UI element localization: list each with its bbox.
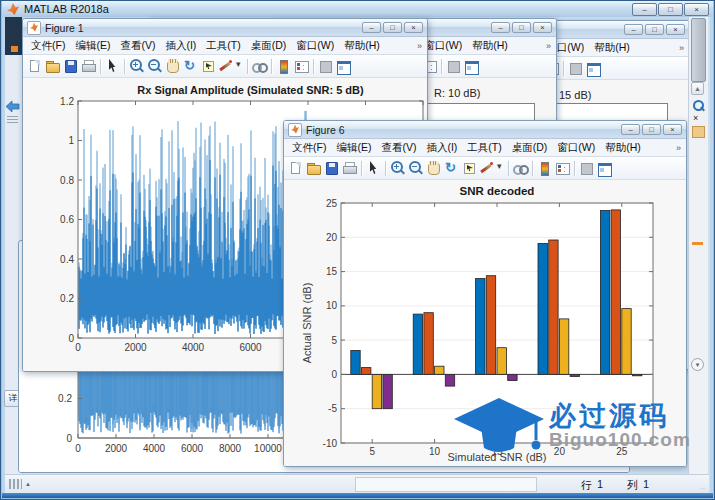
show-plot-tools-icon[interactable] — [585, 60, 602, 76]
back-arrow-icon[interactable] — [6, 99, 20, 112]
dropdown-icon[interactable] — [236, 58, 244, 74]
menu-item-5[interactable]: 桌面(D) — [507, 140, 553, 155]
menu-item-7[interactable]: 帮助(H) — [467, 38, 513, 53]
maximize-button[interactable]: □ — [383, 22, 402, 33]
insert-colorbar-icon[interactable] — [275, 58, 292, 74]
hide-plot-tools-icon[interactable] — [317, 58, 334, 74]
svg-text:5: 5 — [331, 335, 337, 346]
show-plot-tools-icon[interactable] — [335, 58, 352, 74]
rotate-3d-icon[interactable] — [182, 58, 199, 74]
svg-text:0: 0 — [68, 333, 74, 344]
new-file-icon[interactable] — [287, 160, 304, 176]
zoom-out-icon[interactable] — [407, 160, 424, 176]
menu-item-1[interactable]: 编辑(E) — [331, 140, 376, 155]
toolbar-separator — [124, 59, 125, 74]
main-titlebar[interactable]: MATLAB R2018a –□× — [2, 1, 713, 17]
menu-item-4[interactable]: 工具(T) — [462, 140, 506, 155]
document-marker[interactable] — [692, 126, 705, 138]
panel-menu-icon[interactable] — [7, 116, 18, 124]
open-folder-icon[interactable] — [305, 160, 322, 176]
insert-legend-icon[interactable] — [554, 160, 571, 176]
window-bottom-border — [2, 493, 713, 498]
menu-item-2[interactable]: 查看(V) — [376, 140, 421, 155]
close-button[interactable]: × — [533, 22, 552, 33]
menu-item-0[interactable]: 文件(F) — [26, 38, 70, 53]
maximize-button[interactable]: □ — [658, 3, 683, 16]
menu-item-3[interactable]: 插入(I) — [421, 140, 462, 155]
brush-icon[interactable] — [479, 160, 496, 176]
menu-item-2[interactable]: 查看(V) — [115, 38, 160, 53]
figure-titlebar[interactable]: Figure 1 –□× — [23, 19, 427, 37]
minimize-button[interactable]: – — [491, 22, 510, 33]
close-button[interactable]: × — [666, 24, 685, 35]
figure-titlebar[interactable]: Figure 6 –□× — [284, 121, 686, 139]
minimize-button[interactable]: – — [362, 22, 381, 33]
insert-legend-icon[interactable] — [293, 58, 310, 74]
menu-item-5[interactable]: 桌面(D) — [246, 38, 292, 53]
print-icon[interactable] — [80, 58, 97, 74]
svg-text:25: 25 — [616, 446, 628, 457]
menu-overflow-icon[interactable]: » — [546, 41, 551, 51]
scrollbar-thumb[interactable] — [691, 18, 706, 82]
close-button[interactable]: × — [404, 22, 423, 33]
maximize-button[interactable]: □ — [512, 22, 531, 33]
data-cursor-icon[interactable] — [200, 58, 217, 74]
menu-item-3[interactable]: 插入(I) — [160, 38, 201, 53]
link-plot-icon[interactable] — [512, 160, 529, 176]
insert-colorbar-icon[interactable] — [536, 160, 553, 176]
show-plot-tools-icon[interactable] — [463, 58, 480, 74]
scroll-dropdown-button[interactable]: ▾ — [691, 358, 704, 371]
menu-overflow-icon[interactable]: » — [676, 143, 681, 153]
svg-text:Simulated SNR (dB): Simulated SNR (dB) — [447, 451, 546, 463]
menu-item-6[interactable]: 窗口(W) — [291, 38, 339, 53]
brush-icon[interactable] — [218, 58, 235, 74]
scrollbar-warning-marker[interactable] — [692, 242, 703, 245]
print-icon[interactable] — [341, 160, 358, 176]
link-plot-icon[interactable] — [251, 58, 268, 74]
pan-icon[interactable] — [425, 160, 442, 176]
grip-up-icon[interactable]: ▲ — [25, 481, 31, 487]
menu-item-0[interactable]: 文件(F) — [287, 140, 331, 155]
close-button[interactable]: × — [684, 3, 709, 16]
menu-item-6[interactable]: 窗口(W) — [552, 140, 600, 155]
toolbar-separator — [441, 59, 442, 74]
zoom-out-icon[interactable] — [146, 58, 163, 74]
data-cursor-icon[interactable] — [461, 160, 478, 176]
right-scrollbar-strip[interactable]: ▲ × ▾ — [688, 17, 708, 474]
zoom-in-icon[interactable] — [389, 160, 406, 176]
menu-overflow-icon[interactable]: » — [417, 41, 422, 51]
hide-plot-tools-icon[interactable] — [445, 58, 462, 74]
menu-item-1[interactable]: 编辑(E) — [70, 38, 115, 53]
rotate-3d-icon[interactable] — [443, 160, 460, 176]
dropdown-icon[interactable] — [497, 160, 505, 176]
menu-overflow-icon[interactable]: » — [679, 43, 684, 53]
minimize-button[interactable]: – — [621, 124, 640, 135]
cursor-icon[interactable] — [365, 160, 382, 176]
minimize-button[interactable]: – — [632, 3, 657, 16]
save-icon[interactable] — [323, 160, 340, 176]
menu-item-7[interactable]: 帮助(H) — [600, 140, 646, 155]
zoom-in-icon[interactable] — [128, 58, 145, 74]
pan-icon[interactable] — [164, 58, 181, 74]
new-file-icon[interactable] — [26, 58, 43, 74]
menu-item-7[interactable]: 帮助(H) — [339, 38, 385, 53]
hide-plot-tools-icon[interactable] — [578, 160, 595, 176]
menu-item-4[interactable]: 工具(T) — [201, 38, 245, 53]
open-folder-icon[interactable] — [44, 58, 61, 74]
show-plot-tools-icon[interactable] — [596, 160, 613, 176]
menu-item-7[interactable]: 帮助(H) — [589, 40, 635, 55]
maximize-button[interactable]: □ — [645, 24, 664, 35]
close-button[interactable]: × — [663, 124, 682, 135]
plot-title-fragment: 15 dB) — [559, 89, 591, 101]
resize-grip-icon[interactable]: .. — [700, 483, 706, 490]
close-marker-icon[interactable]: × — [693, 113, 698, 123]
figure-window-6[interactable]: Figure 6 –□× 文件(F)编辑(E)查看(V)插入(I)工具(T)桌面… — [283, 120, 687, 467]
statusbar-grip[interactable] — [9, 479, 22, 489]
save-icon[interactable] — [62, 58, 79, 74]
maximize-button[interactable]: □ — [642, 124, 661, 135]
scroll-up-button[interactable]: ▲ — [691, 82, 704, 95]
cursor-icon[interactable] — [104, 58, 121, 74]
hide-plot-tools-icon[interactable] — [567, 60, 584, 76]
search-magnifier-icon[interactable] — [692, 99, 704, 112]
minimize-button[interactable]: – — [624, 24, 643, 35]
